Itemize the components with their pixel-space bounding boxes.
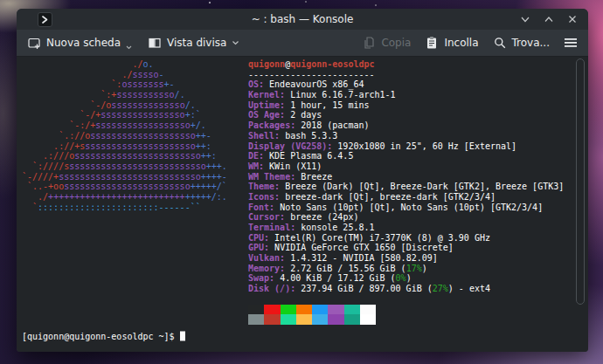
logo-line: `-/+ssssssssssssssso+:` [22, 110, 227, 120]
fetch-key: Uptime: [248, 100, 285, 110]
fetch-key: WM Theme: [248, 172, 295, 182]
logo-line: .:///ossssssssssssssssssssssso++: [22, 151, 227, 161]
percent-value: 17% [406, 264, 422, 273]
percent-value: 27% [433, 284, 448, 293]
color-block [328, 314, 343, 325]
fetch-entry: CPU: Intel(R) Core(TM) i7-3770K (8) @ 3.… [248, 233, 564, 244]
fetch-key: WM: [248, 161, 264, 171]
fetch-key: Terminal: [248, 223, 295, 232]
fetch-entry: Shell: bash 5.3.3 [248, 131, 564, 141]
fetch-entry: Display (VG258): 1920x1080 in 25", 60 Hz… [248, 141, 564, 152]
fetch-key: OS Age: [248, 110, 285, 120]
paste-button[interactable]: Incolla [425, 36, 478, 50]
new-tab-button[interactable]: Nuova scheda [27, 36, 132, 50]
chevron-down-icon [126, 45, 132, 50]
toolbar-right-group: Copia Incolla Trova... [362, 36, 578, 50]
search-icon [493, 36, 507, 50]
fetch-title: quigonn@quigonn-eosoldpc [248, 59, 564, 70]
fetch-entry: Icons: breeze-dark [Qt], breeze-dark [GT… [248, 192, 564, 203]
fetch-entry: Terminal: konsole 25.8.1 [248, 223, 564, 233]
block-row [248, 314, 564, 325]
fetch-key: Icons: [248, 192, 280, 202]
close-button[interactable] [567, 14, 578, 24]
desktop-wallpaper: { "window": { "title": "~ : bash — Konso… [0, 0, 603, 364]
logo-line: `-////+sssssssssssssssssssssssssso++++- [22, 172, 227, 182]
fetch-key: Packages: [248, 120, 295, 130]
color-block [296, 314, 312, 325]
fetch-key: OS: [248, 79, 264, 89]
minimize-button[interactable] [520, 14, 530, 24]
fetch-entries: OS: EndeavourOS x86_64Kernel: Linux 6.16… [248, 79, 564, 293]
close-icon [567, 14, 578, 24]
logo-line: `:osssssss+- [22, 79, 227, 90]
find-button[interactable]: Trova... [493, 36, 550, 50]
fetch-entry: Kernel: Linux 6.16.7-arch1-1 [248, 90, 564, 100]
fetch-key: Swap: [248, 273, 274, 283]
color-block [312, 314, 328, 325]
logo-line: ./o. [22, 59, 227, 70]
color-block [281, 305, 296, 315]
color-block [360, 305, 376, 315]
titlebar[interactable]: ~ : bash — Konsole [17, 9, 588, 30]
color-block [296, 305, 312, 315]
fetch-key: Memory: [248, 264, 285, 273]
split-view-icon [148, 36, 162, 50]
fetch-entry: Theme: Breeze (Dark) [Qt], Breeze-Dark [… [248, 182, 564, 192]
fetch-entry: WM Theme: Breeze [248, 172, 564, 182]
chevron-down-icon [520, 14, 530, 24]
chevron-down-icon [232, 40, 239, 45]
color-block [281, 314, 296, 325]
logo-line: .://+ssssssssssssssssssssso++: [22, 141, 227, 152]
logo-line: ./+++++++++++++++++++++++++++++++/:. [22, 192, 227, 203]
logo-line: `:::::::::::::::::::::::------`` [22, 203, 227, 213]
color-block [248, 314, 264, 325]
window-title: ~ : bash — Konsole [17, 9, 588, 30]
logo-line: ./sssso- [22, 70, 227, 80]
fetch-key: Shell: [248, 131, 280, 141]
fetch-entry: Packages: 2018 (pacman) [248, 120, 564, 131]
maximize-button[interactable] [544, 14, 554, 24]
color-block [248, 305, 264, 315]
fetch-entry: Vulkan: 1.4.312 - NVIDIA [580.82.09] [248, 253, 564, 264]
fetch-entry: OS Age: 2 days [248, 110, 564, 120]
new-tab-icon [27, 36, 41, 50]
color-blocks [248, 305, 564, 325]
fetch-host: quigonn-eosoldpc [290, 59, 374, 69]
copy-button[interactable]: Copia [362, 36, 411, 50]
fetch-entry: DE: KDE Plasma 6.4.5 [248, 151, 564, 161]
hamburger-menu-icon [564, 37, 578, 49]
fetch-info: quigonn@quigonn-eosoldpc ---------------… [248, 59, 564, 325]
color-block [328, 305, 343, 315]
color-block [264, 305, 280, 315]
menu-button[interactable] [564, 37, 578, 49]
terminal-view[interactable]: ./o. ./sssso- `:osssssss+- `:+ssssssssss… [17, 57, 588, 352]
fetch-key: CPU: [248, 233, 269, 243]
fetch-key: GPU: [248, 243, 269, 252]
fetch-entry: OS: EndeavourOS x86_64 [248, 79, 564, 90]
fetch-user: quigonn [248, 59, 285, 69]
split-view-button[interactable]: Vista divisa [148, 36, 239, 50]
logo-line: `:////sssssssssssssssssssssssssso+++. [22, 161, 227, 172]
fetch-entry: Cursor: breeze (24px) [248, 212, 564, 223]
scrollbar-thumb[interactable] [576, 58, 585, 305]
fetch-entry: GPU: NVIDIA GeForce GTX 1650 [Discrete] [248, 243, 564, 253]
fetch-separator: ------------------------ [248, 70, 564, 80]
fetch-key: Cursor: [248, 212, 285, 222]
color-block [344, 305, 360, 315]
color-block [312, 305, 328, 315]
fetch-entry: Memory: 2.72 GiB / 15.56 GiB (17%) [248, 264, 564, 274]
endeavouros-ascii-logo: ./o. ./sssso- `:osssssss+- `:+ssssssssss… [22, 59, 227, 212]
paste-label: Incolla [444, 37, 478, 49]
fetch-entry: Disk (/): 237.94 GiB / 897.00 GiB (27%) … [248, 284, 564, 294]
fetch-key: Font: [248, 203, 274, 212]
prompt-text: [quigonn@quigonn-eosoldpc ~]$ [22, 332, 175, 341]
logo-line: `.://ossssssssssssssssssso++- [22, 131, 227, 141]
fetch-key: Disk (/): [248, 284, 295, 293]
copy-icon [362, 36, 376, 50]
copy-label: Copia [381, 37, 411, 49]
new-tab-label: Nuova scheda [46, 37, 121, 49]
fetch-entry: Swap: 4.00 KiB / 17.12 GiB (0%) [248, 273, 564, 284]
fetch-entry: Font: Noto Sans (10pt) [Qt], Noto Sans (… [248, 203, 564, 213]
block-row [248, 305, 564, 315]
split-view-label: Vista divisa [167, 37, 226, 49]
